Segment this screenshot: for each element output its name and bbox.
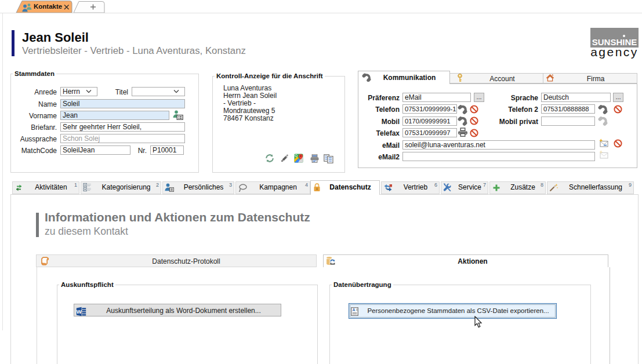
svg-text:A: A xyxy=(352,308,355,312)
svg-text:W: W xyxy=(77,308,82,315)
